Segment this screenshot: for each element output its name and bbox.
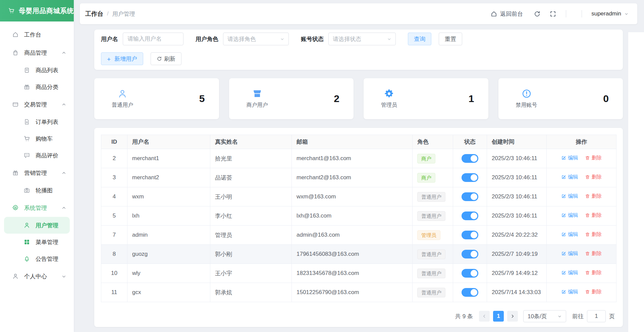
chevron-icon — [61, 171, 66, 176]
breadcrumb-workbench[interactable]: 工作台 — [85, 10, 103, 18]
sidebar-item-个人中心[interactable]: 个人中心 — [0, 267, 74, 285]
refresh-icon — [157, 56, 162, 61]
sidebar-item-订单列表[interactable]: 订单列表 — [0, 113, 74, 130]
app-logo: 母婴用品商城系统 — [0, 0, 74, 21]
goto-page-input[interactable] — [587, 310, 606, 322]
status-toggle[interactable] — [462, 211, 478, 220]
delete-button[interactable]: 删除 — [585, 289, 602, 295]
status-toggle[interactable] — [462, 192, 478, 201]
delete-button[interactable]: 删除 — [585, 174, 602, 180]
cell-email: admin@163.com — [292, 226, 413, 245]
delete-button[interactable]: 删除 — [585, 212, 602, 219]
search-button[interactable]: 查询 — [408, 33, 431, 45]
cell-actions: 编辑 删除 — [547, 187, 616, 206]
edit-button[interactable]: 编辑 — [561, 270, 578, 276]
cell-actions: 编辑 删除 — [547, 206, 616, 226]
sidebar-item-商品管理[interactable]: 商品管理 — [0, 44, 74, 62]
cell-status — [453, 264, 487, 283]
person-icon — [12, 273, 19, 280]
status-toggle[interactable] — [462, 269, 478, 278]
trash-icon — [585, 251, 590, 256]
sidebar-item-公告管理[interactable]: 公告管理 — [0, 250, 74, 267]
role-badge: 普通用户 — [417, 211, 445, 221]
camera-icon — [23, 187, 30, 194]
sidebar-item-商品分类[interactable]: 商品分类 — [0, 79, 74, 95]
edit-button[interactable]: 编辑 — [561, 212, 578, 219]
credit-card-icon — [12, 101, 19, 108]
edit-button[interactable]: 编辑 — [561, 193, 578, 199]
username-filter-input[interactable] — [123, 33, 183, 45]
add-user-button[interactable]: 新增用户 — [101, 52, 143, 65]
chevron-icon — [61, 50, 66, 55]
cell-email: lxh@163.com — [292, 206, 413, 226]
status-toggle[interactable] — [462, 173, 478, 182]
sidebar-item-工作台[interactable]: 工作台 — [0, 26, 74, 44]
cell-created: 2025/2/4 20:22:32 — [487, 226, 547, 245]
user-menu[interactable]: superadmin — [591, 10, 629, 17]
home-icon — [490, 10, 497, 17]
bell-icon — [23, 255, 30, 262]
cart-icon — [23, 135, 30, 142]
pagination-page-1[interactable]: 1 — [493, 311, 504, 322]
goto-label: 前往 — [572, 313, 584, 320]
delete-button[interactable]: 删除 — [585, 155, 602, 161]
cell-real-name: 王小宇 — [210, 264, 292, 283]
edit-button[interactable]: 编辑 — [561, 289, 578, 295]
sidebar-item-菜单管理[interactable]: 菜单管理 — [0, 234, 74, 250]
status-toggle[interactable] — [462, 231, 478, 239]
status-filter-label: 账号状态 — [301, 35, 324, 43]
sidebar-item-购物车[interactable]: 购物车 — [0, 130, 74, 147]
edit-button[interactable]: 编辑 — [561, 250, 578, 257]
pagination-next-button[interactable] — [507, 311, 518, 322]
trash-icon — [585, 270, 590, 275]
refresh-icon[interactable] — [534, 10, 541, 17]
edit-icon — [561, 175, 566, 180]
stat-value: 0 — [603, 93, 609, 104]
role-badge: 管理员 — [417, 230, 440, 240]
column-header: 真实姓名 — [210, 135, 292, 149]
fullscreen-icon[interactable] — [549, 10, 556, 17]
sidebar-item-商品列表[interactable]: 商品列表 — [0, 62, 74, 79]
edit-button[interactable]: 编辑 — [561, 155, 578, 161]
sidebar-item-用户管理[interactable]: 用户管理 — [4, 217, 70, 234]
reset-button[interactable]: 重置 — [439, 33, 462, 45]
pagination-prev-button[interactable] — [479, 311, 490, 322]
filter-card: 用户名 用户角色 请选择角色 账号状态 请选择状态 — [94, 30, 623, 70]
user-table: ID用户名真实姓名邮箱角色状态创建时间操作 2 merchant1 拾光里 me… — [101, 135, 616, 302]
status-toggle[interactable] — [462, 250, 478, 258]
bag-icon — [12, 49, 19, 56]
sidebar-item-营销管理[interactable]: 营销管理 — [0, 164, 74, 182]
gift-box-icon — [23, 84, 30, 90]
edit-button[interactable]: 编辑 — [561, 231, 578, 238]
edit-button[interactable]: 编辑 — [561, 174, 578, 180]
delete-button[interactable]: 删除 — [585, 231, 602, 238]
scrollbar-gutter — [628, 32, 644, 332]
divider — [582, 10, 582, 17]
page-size-select[interactable]: 10条/页 — [523, 310, 566, 322]
role-badge: 普通用户 — [417, 269, 445, 278]
column-header: 邮箱 — [292, 135, 413, 149]
cell-created: 2025/7/14 14:33:03 — [487, 283, 547, 302]
sidebar-item-商品评价[interactable]: 商品评价 — [0, 147, 74, 164]
delete-button[interactable]: 删除 — [585, 270, 602, 276]
edit-icon — [561, 213, 566, 218]
delete-button[interactable]: 删除 — [585, 193, 602, 199]
main-area: 工作台 / 用户管理 返回前台 superadmin — [74, 0, 644, 332]
status-toggle[interactable] — [462, 154, 478, 163]
sidebar-item-交易管理[interactable]: 交易管理 — [0, 95, 74, 113]
sidebar-item-轮播图[interactable]: 轮播图 — [0, 182, 74, 199]
sidebar-item-系统管理[interactable]: 系统管理 — [0, 199, 74, 217]
status-filter-select[interactable]: 请选择状态 — [328, 33, 396, 45]
cell-status — [453, 206, 487, 226]
status-toggle[interactable] — [462, 288, 478, 297]
role-filter-select[interactable]: 请选择角色 — [223, 33, 289, 45]
back-to-front-label: 返回前台 — [500, 10, 523, 18]
divider — [566, 10, 566, 17]
back-to-front-button[interactable]: 返回前台 — [490, 10, 523, 18]
refresh-list-button[interactable]: 刷新 — [151, 52, 181, 65]
username: superadmin — [591, 10, 621, 17]
cell-actions: 编辑 删除 — [547, 245, 616, 264]
cell-status — [453, 149, 487, 168]
delete-button[interactable]: 删除 — [585, 250, 602, 257]
user-outline-icon — [117, 89, 127, 99]
